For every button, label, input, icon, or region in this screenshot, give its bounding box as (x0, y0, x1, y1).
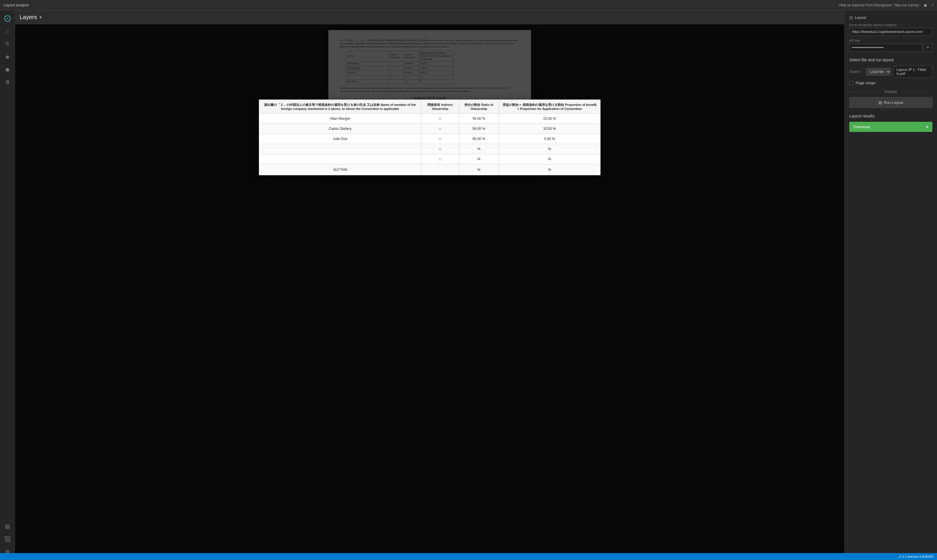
table-header-proportion: 受益の割合＝ 税税条約の適用を受ける割合 Proportion of benef… (499, 100, 600, 114)
show-api-key-button[interactable]: 👁 (923, 43, 932, 52)
table-header-name: 届出書の「２」の外国法人の株主等で税税条約の適用を受ける者の氏名 又は名称 Na… (259, 100, 421, 114)
monitor-icon[interactable]: ▣ (924, 3, 927, 7)
cell-ratio: 80.00 % (459, 134, 499, 144)
cell-indirect: □ (421, 144, 459, 154)
table-header-indirect: 間接保有 Indirect Ownership (421, 100, 459, 114)
modal-close-button[interactable]: × (594, 102, 597, 108)
layout-title: Layout (855, 15, 866, 20)
cell-ratio: % (459, 154, 499, 164)
cell-proportion: 10.00 % (499, 124, 600, 134)
sidebar-item-tag[interactable]: ◈ (2, 51, 13, 63)
sidebar-item-doc[interactable]: ⬛ (2, 533, 13, 545)
svg-text:✦: ✦ (6, 17, 9, 20)
topbar: Layout analyze Help us improve Form Reco… (0, 0, 937, 11)
table-row: □ % % (259, 154, 600, 164)
sidebar-item-layout[interactable]: ▤ (2, 521, 13, 532)
cell-name: Allan Munger (259, 114, 421, 124)
source-label: Source: (849, 70, 864, 74)
table-row: Allan Munger □ 45.00 % 22.00 % (259, 114, 600, 124)
sidebar-item-home[interactable]: ⌂ (2, 25, 13, 37)
cell-ratio: % (459, 164, 499, 175)
analysis-divider: Analysis (849, 90, 932, 94)
cell-proportion: % (499, 144, 600, 154)
cell-name: Julie Doe (259, 134, 421, 144)
help-text: Help us improve Form Recognizer. Take ou… (839, 3, 919, 7)
select-file-title: Select file and run layout (849, 58, 932, 62)
modal-table: 届出書の「２」の外国法人の株主等で税税条約の適用を受ける者の氏名 又は名称 Na… (259, 100, 600, 175)
api-key-input[interactable] (849, 44, 922, 52)
cell-name: 合計Total (259, 164, 421, 175)
page-range-label: Page range: (856, 81, 876, 85)
table-row: Carlos Slattery □ 56.00 % 10.00 % (259, 124, 600, 134)
help-icon[interactable]: ? (931, 3, 934, 7)
download-label: Download (853, 125, 870, 129)
layers-bar: Layers ▾ ↺ ↻ ⊖ ⊕ (15, 11, 937, 24)
file-name-box: Layout JP 1 - Filled In.pdf (893, 66, 932, 78)
status-text: ⎇ 2.1-preview.3-dcfb033 (898, 555, 934, 558)
layers-left: Layers ▾ (20, 14, 42, 20)
cell-name: Carlos Slattery (259, 124, 421, 134)
cell-indirect (421, 164, 459, 175)
layers-label: Layers (20, 14, 37, 20)
cell-indirect: □ (421, 114, 459, 124)
cell-ratio: % (459, 144, 499, 154)
cell-indirect: □ (421, 154, 459, 164)
topbar-actions: Help us improve Form Recognizer. Take ou… (839, 3, 934, 7)
statusbar: ⎇ 2.1-preview.3-dcfb033 (0, 553, 937, 560)
table-row: Julie Doe □ 80.00 % 5.00 % (259, 134, 600, 144)
topbar-title: Layout analyze (3, 3, 29, 7)
cell-proportion: % (499, 164, 600, 175)
sidebar-item-model[interactable]: ◉ (2, 64, 13, 75)
run-layout-icon: ▤ (878, 100, 882, 105)
run-layout-label: Run Layout (884, 100, 903, 105)
source-select[interactable]: Local file (866, 68, 891, 75)
layout-section: ▤ Layout Form recognizer service endpoin… (849, 15, 932, 52)
sidebar-item-compose[interactable]: ⚙ (2, 76, 13, 88)
layout-results-section: Layout results Download ▾ (849, 114, 932, 132)
page-range-row: Page range: (849, 81, 932, 85)
layout-results-title: Layout results (849, 114, 932, 118)
select-file-section: Select file and run layout Source: Local… (849, 58, 932, 108)
sidebar-logo[interactable]: ✦ (2, 13, 13, 24)
api-key-row: 👁 (849, 43, 932, 52)
source-row: Source: Local file Layout JP 1 - Filled … (849, 66, 932, 78)
cell-proportion: 5.00 % (499, 134, 600, 144)
sidebar-item-edit[interactable]: ✎ (2, 38, 13, 50)
right-panel: ▤ Layout Form recognizer service endpoin… (844, 11, 937, 560)
table-row: 合計Total % % (259, 164, 600, 175)
cell-indirect: □ (421, 134, 459, 144)
endpoint-input[interactable] (849, 28, 932, 36)
table-row: □ % % (259, 144, 600, 154)
layout-icon-small: ▤ (849, 15, 853, 20)
download-chevron-icon: ▾ (926, 125, 928, 129)
modal: × 届出書の「２」の外国法人の株主等で税税条約の適用を受ける者の氏名 又は名称 … (259, 100, 600, 175)
run-layout-button[interactable]: ▤ Run Layout (849, 97, 932, 108)
api-key-label: API key (849, 39, 932, 42)
table-header-ratio: 持分の割合 Ratio of Ownership (459, 100, 499, 114)
cell-indirect: □ (421, 124, 459, 134)
cell-proportion: 22.00 % (499, 114, 600, 124)
cell-ratio: 45.00 % (459, 114, 499, 124)
page-range-checkbox[interactable] (849, 81, 853, 85)
modal-overlay: × 届出書の「２」の外国法人の株主等で税税条約の適用を受ける者の氏名 又は名称 … (15, 24, 844, 553)
cell-ratio: 56.00 % (459, 124, 499, 134)
sidebar: ✦ ⌂ ✎ ◈ ◉ ⚙ ▤ ⬛ ⚙ (0, 11, 15, 560)
cell-name (259, 144, 421, 154)
cell-name (259, 154, 421, 164)
download-button[interactable]: Download ▾ (849, 122, 932, 132)
analysis-label: Analysis (884, 90, 897, 94)
layers-chevron-icon[interactable]: ▾ (39, 14, 42, 20)
cell-proportion: % (499, 154, 600, 164)
endpoint-label: Form recognizer service endpoint (849, 23, 932, 27)
